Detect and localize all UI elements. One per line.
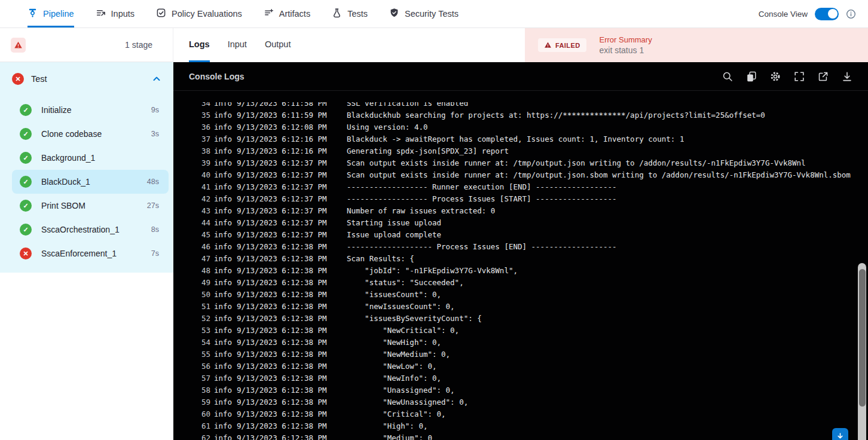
search-icon[interactable] <box>722 71 733 82</box>
log-line-number: 58 <box>173 384 210 396</box>
top-nav-tabs: Pipeline Inputs Policy Evaluations Artif… <box>27 0 459 28</box>
stage-header-test[interactable]: Test <box>0 62 173 96</box>
vertical-scrollbar-track[interactable] <box>858 263 866 440</box>
log-message: Blackduckhub searching for projects at: … <box>347 109 765 121</box>
download-icon[interactable] <box>842 71 852 82</box>
tab-logs[interactable]: Logs <box>189 28 210 62</box>
tab-artifacts[interactable]: Artifacts <box>264 0 310 28</box>
fullscreen-icon[interactable] <box>794 71 805 82</box>
log-timestamp: 9/13/2023 6:12:38 PM <box>237 420 343 432</box>
log-message: "NewHigh": 0, <box>347 337 441 349</box>
log-line: 46 info 9/13/2023 6:12:38 PM -----------… <box>173 241 857 253</box>
log-message: Generating spdx-json[SPDX_23] report <box>347 145 509 157</box>
step-status-icon <box>20 176 32 188</box>
log-line: 55 info 9/13/2023 6:12:38 PM "NewMedium"… <box>173 349 857 360</box>
step-row[interactable]: BlackDuck_1 48s <box>12 170 169 194</box>
error-summary-title: Error Summary <box>600 35 652 44</box>
artifacts-icon <box>264 8 274 20</box>
console-toolbar <box>722 71 852 82</box>
log-line: 37 info 9/13/2023 6:12:16 PM Blackduck -… <box>173 133 857 145</box>
open-in-new-icon[interactable] <box>818 71 829 82</box>
tab-input[interactable]: Input <box>228 28 247 62</box>
step-row[interactable]: SscaEnforcement_1 7s <box>12 242 169 265</box>
log-message: "Unassigned": 0, <box>347 384 455 396</box>
console-logs-panel: Console Logs 34 info 9/13/2023 6:11:58 P… <box>173 62 868 440</box>
log-message: "NewUnassigned": 0, <box>347 396 468 408</box>
tab-pipeline[interactable]: Pipeline <box>27 0 74 28</box>
tab-output[interactable]: Output <box>265 28 291 62</box>
step-duration: 3s <box>151 130 159 138</box>
log-message: "High": 0, <box>347 420 427 432</box>
log-level: info <box>214 169 233 181</box>
step-row[interactable]: Clone codebase 3s <box>12 122 169 146</box>
log-level: info <box>214 133 233 145</box>
tab-policy-evaluations[interactable]: Policy Evaluations <box>156 0 242 28</box>
scroll-to-bottom-button[interactable] <box>832 428 848 440</box>
tab-label: Tests <box>347 9 368 19</box>
pipeline-icon <box>27 8 38 20</box>
log-level: info <box>214 384 233 396</box>
chevron-up-icon[interactable] <box>152 74 161 84</box>
settings-gear-icon[interactable] <box>770 71 781 82</box>
log-level: info <box>214 229 233 241</box>
policy-check-icon <box>156 8 166 20</box>
log-line-number: 41 <box>173 181 210 193</box>
step-status-icon <box>20 152 32 164</box>
step-label: Print SBOM <box>41 201 85 210</box>
step-row[interactable]: Initialize 9s <box>12 98 169 122</box>
log-level: info <box>214 217 233 229</box>
log-level: info <box>214 337 233 349</box>
log-level: info <box>214 193 233 205</box>
step-label: BlackDuck_1 <box>41 177 90 187</box>
log-line-number: 47 <box>173 253 210 265</box>
stage-error-chip <box>11 38 26 53</box>
log-level: info <box>214 253 233 265</box>
log-message: "Critical": 0, <box>347 408 446 420</box>
tab-tests[interactable]: Tests <box>332 0 368 28</box>
log-level: info <box>214 102 233 109</box>
log-message: Scan output exists inside runner at: /tm… <box>347 169 851 181</box>
log-line-number: 55 <box>173 349 210 360</box>
vertical-scrollbar-thumb[interactable] <box>859 269 866 407</box>
log-message: "issuesCount": 0, <box>347 289 441 301</box>
log-line: 49 info 9/13/2023 6:12:38 PM "status": "… <box>173 277 857 289</box>
log-line: 44 info 9/13/2023 6:12:37 PM Starting is… <box>173 217 857 229</box>
log-level: info <box>214 408 233 420</box>
log-level: info <box>214 360 233 372</box>
log-line-number: 37 <box>173 133 210 145</box>
step-row[interactable]: Background_1 <box>12 146 169 170</box>
console-logs-title: Console Logs <box>189 72 244 81</box>
log-timestamp: 9/13/2023 6:12:38 PM <box>237 337 343 349</box>
log-line: 35 info 9/13/2023 6:11:59 PM Blackduckhu… <box>173 109 857 121</box>
step-list: Initialize 9s Clone codebase 3s Backgrou… <box>0 96 173 265</box>
step-duration: 9s <box>151 106 159 114</box>
step-status-icon <box>20 104 32 116</box>
console-view-label: Console View <box>759 10 808 19</box>
log-message: "NewCritical": 0, <box>347 325 459 337</box>
tab-security-tests[interactable]: Security Tests <box>389 0 459 28</box>
log-timestamp: 9/13/2023 6:11:58 PM <box>237 102 343 109</box>
step-row[interactable]: SscaOrchestration_1 8s <box>12 218 169 242</box>
console-view-toggle[interactable] <box>815 8 839 20</box>
tab-label: Security Tests <box>405 9 459 19</box>
log-line-number: 61 <box>173 420 210 432</box>
log-line: 60 info 9/13/2023 6:12:38 PM "Critical":… <box>173 408 857 420</box>
step-label: SscaOrchestration_1 <box>41 225 120 234</box>
log-level: info <box>214 109 233 121</box>
sidebar-header: 1 stage <box>0 28 173 62</box>
log-message: Scan output exists inside runner at: /tm… <box>347 157 806 169</box>
tab-inputs[interactable]: Inputs <box>96 0 135 28</box>
log-level: info <box>214 289 233 301</box>
step-duration: 8s <box>151 225 159 234</box>
step-status-icon <box>20 248 32 259</box>
step-status-icon <box>20 200 32 212</box>
log-line: 36 info 9/13/2023 6:12:08 PM Using versi… <box>173 121 857 133</box>
log-message: "NewLow": 0, <box>347 360 437 372</box>
log-line: 57 info 9/13/2023 6:12:38 PM "NewInfo": … <box>173 372 857 384</box>
info-icon[interactable] <box>846 9 856 19</box>
step-row[interactable]: Print SBOM 27s <box>12 194 169 218</box>
log-line-number: 43 <box>173 205 210 217</box>
log-line-number: 36 <box>173 121 210 133</box>
log-line-number: 51 <box>173 301 210 313</box>
copy-icon[interactable] <box>746 71 757 82</box>
